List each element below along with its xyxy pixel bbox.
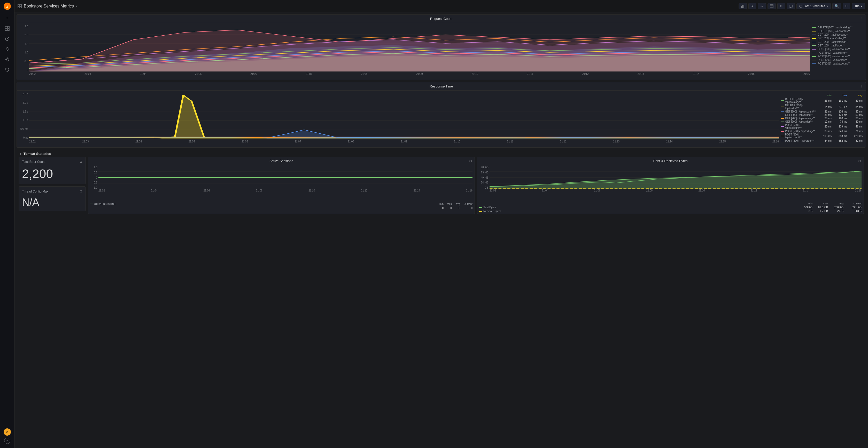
active-sessions-menu[interactable]: ⚙ [469, 159, 472, 163]
clock-icon [799, 5, 802, 8]
rt-color-6 [781, 126, 784, 127]
main-content: Bookstore Services Metrics ▾ ★ ⚙ Last 15… [14, 0, 868, 448]
sidebar-item-config[interactable] [3, 55, 12, 64]
dropdown-chevron[interactable]: ▾ [76, 4, 78, 8]
refresh-interval-chevron: ▾ [861, 4, 862, 8]
rt-row-9: POST [200] - /api/order/** 34 ms 682 ms … [781, 139, 864, 142]
svg-rect-2 [5, 26, 7, 28]
request-count-menu-icon[interactable]: ⋮ [860, 17, 864, 21]
settings-button[interactable]: ⚙ [777, 3, 785, 9]
as-y-axis: 1.0 0.5 0 -0.5 -1.0 [90, 166, 98, 189]
request-count-y-axis: 2.5 2.0 1.5 1.0 0.5 0 [19, 25, 29, 71]
response-time-menu-icon[interactable]: ⋮ [860, 84, 864, 89]
as-stat-values: 0 0 0 0 [88, 207, 474, 211]
legend-item-3: GET [200] - /api/billing/** [812, 37, 864, 40]
legend-color-0 [812, 27, 816, 28]
total-error-count-title: Total Error Count [22, 160, 45, 164]
sidebar-item-dashboards[interactable] [3, 24, 12, 33]
srb-stats-header: min max avg current [477, 201, 864, 205]
srb-x-axis: 21:02 21:04 21:06 21:08 21:10 21:12 21:1… [490, 189, 862, 194]
svg-rect-12 [18, 6, 20, 8]
as-footer: active sessions min max avg current [88, 201, 474, 207]
srb-sent-label: Sent Bytes [483, 206, 496, 209]
search-button[interactable]: 🔍 [832, 3, 841, 9]
srb-received-row: Recieved Bytes 0 B 1.2 KiB 795 B 604 B [477, 209, 864, 214]
total-error-count-header: Total Error Count ⚙ [22, 160, 83, 164]
rt-row-5: GET [200] - /api/order/** 12 ms 73 ms 30… [781, 120, 864, 123]
thread-config-max-gear[interactable]: ⚙ [80, 190, 83, 193]
time-range-button[interactable]: Last 15 minutes ▾ [797, 3, 831, 9]
legend-item-0: DELETE [500] - /api/catalog/** [812, 26, 864, 29]
request-count-panel: Request Count ⋮ 2.5 2.0 1.5 1.0 0.5 0 [17, 14, 866, 80]
srb-menu[interactable]: ⚙ [858, 159, 862, 163]
rt-row-4: GET [200] - /api/catalog/** 20 ms 120 ms… [781, 117, 864, 120]
rt-row-8: POST [200] - /api/account/** 105 ms 383 … [781, 133, 864, 139]
user-avatar[interactable]: A [4, 428, 11, 436]
request-count-svg-wrapper [29, 25, 810, 71]
legend-item-8: POST [200] - /api/account/** [812, 55, 864, 58]
active-sessions-panel: Active Sessions ⚙ 1.0 0.5 0 -0.5 -1.0 [88, 157, 475, 214]
sidebar-item-shield[interactable] [3, 65, 12, 74]
as-legend-label: active sessions [94, 202, 115, 206]
sidebar-item-alerts[interactable] [3, 44, 12, 54]
srb-sent-row: Sent Bytes 5.3 KiB 81.6 KiB 37.6 KiB 33.… [477, 205, 864, 209]
sidebar-item-help[interactable]: ? [4, 438, 10, 444]
svg-marker-43 [154, 95, 779, 139]
as-stat-current-label: current [460, 203, 472, 205]
srb-svg [490, 166, 862, 189]
panel-button[interactable] [768, 3, 776, 9]
legend-item-10: POST [201] - /api/account/** [812, 62, 864, 65]
topbar-actions: ★ ⚙ Last 15 minutes ▾ 🔍 ↻ 10s ▾ [739, 3, 865, 9]
legend-item-6: POST [500] - /api/account/** [812, 48, 864, 50]
refresh-interval-button[interactable]: 10s ▾ [852, 3, 865, 9]
rt-color-3 [781, 115, 784, 115]
svg-rect-10 [18, 4, 20, 6]
svg-marker-36 [29, 30, 810, 71]
request-count-header: Request Count ⋮ [17, 15, 866, 23]
rt-row-7: POST [500] - /api/billing/** 33 ms 346 m… [781, 130, 864, 133]
rt-color-1 [781, 107, 784, 107]
response-time-svg-wrapper [29, 93, 779, 139]
srb-received-max: 1.2 KiB [812, 210, 828, 213]
panel-icon [770, 4, 773, 8]
total-error-count-gear[interactable]: ⚙ [80, 160, 83, 164]
as-stat-max-value: 0 [443, 207, 452, 210]
legend-color-9 [812, 60, 816, 60]
as-stat-avg-label: avg [452, 203, 460, 205]
tomcat-section-title: Tomcat Statistics [24, 152, 51, 156]
rt-row-1: DELETE [500] - /api/order/** 14 ms 2.211… [781, 104, 864, 110]
time-range-chevron: ▾ [827, 4, 828, 8]
as-x-axis: 21:02 21:04 21:06 21:08 21:10 21:12 21:1… [98, 189, 472, 194]
thread-config-max-panel: Thread Config Max ⚙ N/A [19, 186, 86, 211]
request-count-chart: 2.5 2.0 1.5 1.0 0.5 0 [19, 25, 810, 78]
svg-point-9 [6, 59, 8, 60]
sidebar-item-explore[interactable] [3, 34, 12, 43]
tomcat-chevron[interactable]: ▾ [20, 152, 22, 156]
legend-item-2: GET [200] - /api/account/** [812, 33, 864, 36]
legend-item-4: GET [200] - /api/catalog/** [812, 40, 864, 43]
share-button[interactable] [758, 3, 766, 9]
rt-color-5 [781, 122, 784, 122]
visualization-type-button[interactable] [739, 3, 747, 9]
legend-color-10 [812, 64, 816, 64]
srb-col-max: max [812, 202, 828, 205]
legend-item-5: GET [200] - /api/order/** [812, 44, 864, 47]
legend-color-8 [812, 56, 816, 57]
svg-rect-16 [743, 5, 744, 8]
refresh-button[interactable]: ↻ [843, 3, 850, 9]
srb-sent-current: 33.1 KiB [843, 206, 862, 209]
star-button[interactable]: ★ [748, 3, 756, 9]
legend-item-7: POST [500] - /api/billing/** [812, 51, 864, 54]
legend-color-2 [812, 35, 816, 35]
srb-sent-min: 5.3 KiB [797, 206, 812, 209]
as-stat-min-value: 0 [435, 207, 443, 210]
rt-row-6: POST [500] - /api/account/** 20 ms 209 m… [781, 124, 864, 129]
srb-sent-avg: 37.6 KiB [828, 206, 843, 209]
response-time-header: Response Time ⋮ [17, 82, 866, 91]
sidebar-item-add[interactable]: + [3, 13, 12, 23]
srb-y-axis: 98 KiB 73 KiB 49 KiB 24 KiB 0 B [479, 166, 490, 189]
app-logo[interactable]: 🔥 [3, 2, 11, 10]
rt-color-2 [781, 111, 784, 112]
as-stat-max-label: max [443, 203, 452, 205]
tv-mode-button[interactable] [786, 3, 795, 9]
